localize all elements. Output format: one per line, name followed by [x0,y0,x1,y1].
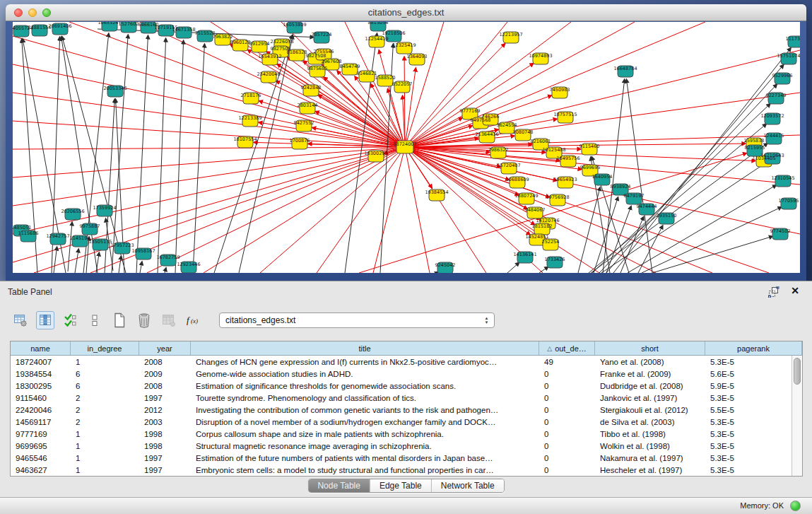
function-builder-button[interactable]: f (x) [184,311,203,329]
table-panel: Table Panel ✕ [0,281,812,497]
show-columns-button[interactable] [36,311,54,329]
node-table-body: 1872400712008Changes of HCN gene express… [11,356,802,476]
column-header-year[interactable]: year [139,341,191,355]
graph-edge [405,22,571,147]
graph-edge [165,268,166,273]
graph-node-label: 3624554 [497,122,517,128]
table-cell-name: 14569117 [11,416,71,428]
select-all-button[interactable] [61,311,79,329]
select-all-icon [64,313,76,327]
float-panel-icon[interactable] [768,286,779,298]
table-row[interactable]: 911546021997Tourette syndrome. Phenomeno… [11,392,802,404]
table-cell-year: 2012 [139,404,191,416]
table-cell-in_degree: 2 [71,404,139,416]
table-cell-pagerank: 5.3E-5 [705,452,802,464]
table-cell-in_degree: 1 [71,428,139,440]
graph-node-label: 16053809 [283,22,306,28]
graph-edge [13,147,405,149]
graph-node-label: 16210643 [760,153,784,158]
graph-node-label: 1364093 [407,54,428,59]
graph-edge [259,101,405,147]
table-cell-pagerank: 5.5E-5 [705,404,802,416]
graph-node-label: 8960128 [230,40,251,45]
graph-edge [405,22,507,147]
deselect-all-button[interactable] [86,311,104,329]
table-cell-year: 2008 [139,356,191,368]
table-cell-title: Changes of HCN gene expression and I(f) … [191,356,539,368]
node-attribute-table: namein_degreeyeartitle△out_de…shortpager… [10,341,803,477]
graph-node-label: 7515528 [195,30,216,36]
table-row[interactable]: 2242004622012Investigating the contribut… [11,404,802,416]
graph-edge [601,163,766,273]
column-header-title[interactable]: title [191,341,539,355]
graph-node-label: 746266 [482,114,500,119]
table-row[interactable]: 946362711997Embryonic stem cells: a mode… [11,464,802,476]
graph-node-label: 1115686 [18,230,39,236]
graph-node-label: 12213957 [499,32,522,37]
graph-node-label: 9699695 [580,165,601,170]
memory-ok-indicator[interactable] [790,501,801,511]
mdi-desktop: citations_edges.txt 18724007183002951938… [0,0,812,283]
table-row[interactable]: 969969511998Structural magnetic resonanc… [11,440,802,452]
graph-node-label: 9774502 [770,228,791,234]
graph-node-label: 9146821 [357,71,377,76]
delete-table-button[interactable] [135,311,153,329]
table-type-tabs: Node TableEdge TableNetwork Table [307,479,504,493]
citation-network-graph[interactable]: 1872400718300295193845549777169649756874… [13,22,800,273]
table-cell-title: Genome-wide association studies in ADHD. [191,368,539,380]
table-scrollbar-thumb[interactable] [794,358,801,385]
tab-node-table[interactable]: Node Table [308,479,370,492]
network-canvas[interactable]: 1872400718300295193845549777169649756874… [13,22,800,273]
table-row[interactable]: 1830029562008Estimation of significance … [11,380,802,392]
graph-node-label: 1770595 [779,198,799,204]
graph-node-label: 8215955 [745,145,765,151]
graph-edge [140,262,142,273]
import-table-button[interactable] [160,311,178,329]
table-cell-title: Corpus callosum shape and size in male p… [191,428,539,440]
graph-node-label: 9245042 [435,262,456,268]
graph-edge [260,147,405,273]
graph-node-label: 9227349 [766,93,787,98]
network-view-window[interactable]: citations_edges.txt 18724007183002951938… [6,4,806,281]
graph-node-label: 7857224 [312,32,332,37]
column-header-short[interactable]: short [595,341,705,355]
graph-node-label: 1244415 [764,133,784,139]
table-row[interactable]: 1872400712008Changes of HCN gene express… [11,356,802,368]
graph-edge [13,147,405,206]
tab-edge-table[interactable]: Edge Table [370,479,431,492]
graph-node-label: 13505135 [88,239,112,245]
table-cell-pagerank: 5.3E-5 [705,356,802,368]
table-row[interactable]: 1456911722003Disruption of a novel membe… [11,416,802,428]
graph-node-label: 12310545 [771,175,794,181]
table-cell-year: 2003 [139,416,191,428]
table-cell-year: 1997 [139,464,191,476]
graph-node-label: 16782759 [156,255,180,260]
graph-node-label: 10688609 [505,177,529,182]
graph-node-label: 19384554 [425,189,448,195]
column-header-in_degree[interactable]: in_degree [71,341,139,355]
column-header-out_degree[interactable]: △out_de… [539,341,595,355]
tab-network-table[interactable]: Network Table [431,479,504,492]
column-header-name[interactable]: name [11,341,71,355]
table-cell-out_degree: 0 [539,452,595,464]
table-row[interactable]: 977716911998Corpus callosum shape and si… [11,428,802,440]
close-panel-icon[interactable]: ✕ [791,285,799,296]
graph-edge [628,185,777,273]
table-scrollbar[interactable] [792,356,802,476]
table-header-row: namein_degreeyeartitle△out_de…shortpager… [11,341,802,356]
graph-node-label: 16648784 [613,66,637,71]
graph-edge [638,226,663,273]
table-settings-button[interactable] [11,311,30,329]
memory-status-label: Memory: OK [740,501,784,510]
table-cell-out_degree: 0 [539,380,595,392]
table-cell-in_degree: 6 [71,380,139,392]
new-table-button[interactable] [110,311,129,329]
table-row[interactable]: 1938455462009Genome-wide association stu… [11,368,802,380]
graph-node-label: 1527602 [119,22,139,27]
graph-edge [13,36,405,147]
table-row[interactable]: 946554611997Estimation of the future num… [11,452,802,464]
column-header-pagerank[interactable]: pagerank [705,341,802,355]
graph-node-label: 8186328 [287,49,307,55]
table-selector-dropdown[interactable]: citations_edges.txt ▲▼ [219,313,495,328]
network-window-titlebar[interactable]: citations_edges.txt [6,4,806,21]
